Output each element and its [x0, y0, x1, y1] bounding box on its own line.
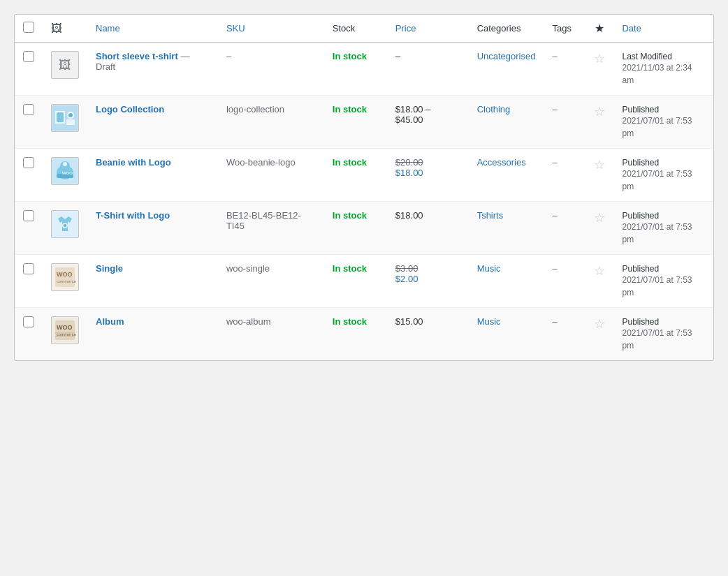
row-categories-cell: Clothing: [469, 96, 544, 149]
category-link[interactable]: Uncategorised: [477, 51, 536, 61]
tags-value: –: [552, 210, 557, 221]
row-check-cell: [15, 149, 43, 202]
row-checkbox[interactable]: [23, 51, 34, 62]
tshirt-thumb-img: [52, 212, 78, 237]
table-row: WOO commerce Album woo-album In stock $1…: [15, 308, 713, 361]
tags-value: –: [552, 104, 557, 115]
row-categories-cell: Tshirts: [469, 202, 544, 255]
row-check-cell: [15, 255, 43, 308]
album-thumb-img: WOO commerce: [52, 318, 78, 343]
price-sale: $2.00: [395, 274, 460, 284]
product-thumbnail: WOO: [51, 157, 79, 185]
row-checkbox[interactable]: [23, 104, 34, 115]
product-name-link[interactable]: Beanie with Logo: [96, 157, 171, 168]
product-name-link[interactable]: Album: [96, 316, 124, 327]
stock-status: In stock: [333, 316, 367, 327]
header-tags: Tags: [544, 15, 585, 43]
product-name-link[interactable]: T-Shirt with Logo: [96, 210, 170, 221]
category-link[interactable]: Music: [477, 263, 501, 274]
product-name-link[interactable]: Short sleeve t-shirt: [96, 51, 178, 61]
date-label: Last Modified: [622, 52, 671, 61]
price-value: $15.00: [395, 316, 423, 327]
row-name-cell: Album: [87, 308, 218, 361]
product-thumbnail: 🖼: [51, 51, 79, 79]
header-sku[interactable]: SKU: [218, 15, 324, 43]
price-value: –: [395, 51, 400, 61]
row-thumb-cell: [43, 202, 87, 255]
row-checkbox[interactable]: [23, 316, 34, 327]
product-thumbnail: [51, 210, 79, 238]
beanie-thumb-img: WOO: [52, 158, 78, 184]
select-all-checkbox[interactable]: [23, 22, 34, 33]
products-table: 🖼 Name SKU Stock Price Categories Tags ★…: [15, 15, 713, 360]
svg-rect-5: [66, 119, 75, 125]
row-sku-cell: –: [218, 43, 324, 96]
product-name-link[interactable]: Single: [96, 263, 123, 274]
price-original: $20.00: [395, 157, 460, 168]
row-checkbox[interactable]: [23, 157, 34, 168]
row-stock-cell: In stock: [324, 255, 387, 308]
svg-text:commerce: commerce: [57, 279, 77, 283]
date-value: 2021/07/01 at 7:53 pm: [622, 328, 692, 350]
row-sku-cell: BE12-BL45-BE12-TI45: [218, 202, 324, 255]
header-price[interactable]: Price: [387, 15, 469, 43]
sku-value: Woo-beanie-logo: [226, 157, 296, 168]
product-thumbnail: [51, 104, 79, 132]
header-thumb: 🖼: [43, 15, 87, 43]
category-link[interactable]: Music: [477, 316, 501, 327]
row-star-cell: ☆: [585, 96, 613, 149]
svg-rect-2: [57, 112, 64, 122]
date-value: 2021/11/03 at 2:34 am: [622, 63, 692, 85]
category-link[interactable]: Clothing: [477, 104, 511, 115]
row-tags-cell: –: [544, 308, 585, 361]
category-link[interactable]: Accessories: [477, 157, 526, 168]
price-value: $18.00: [395, 210, 423, 221]
product-name-link[interactable]: Logo Collection: [96, 104, 164, 115]
star-button[interactable]: ☆: [594, 157, 605, 172]
svg-text:WOO: WOO: [57, 324, 73, 331]
row-price-cell: $3.00$2.00: [387, 255, 469, 308]
star-button[interactable]: ☆: [594, 210, 605, 226]
row-check-cell: [15, 96, 43, 149]
svg-point-4: [68, 113, 73, 117]
row-categories-cell: Music: [469, 308, 544, 361]
row-checkbox[interactable]: [23, 210, 34, 221]
row-date-cell: Published 2021/07/01 at 7:53 pm: [613, 149, 713, 202]
header-date[interactable]: Date: [613, 15, 713, 43]
svg-text:WOO: WOO: [57, 271, 73, 278]
table-row: Logo Collection logo-collection In stock…: [15, 96, 713, 149]
category-link[interactable]: Tshirts: [477, 210, 504, 221]
row-price-cell: $18.00: [387, 202, 469, 255]
products-table-wrapper: 🖼 Name SKU Stock Price Categories Tags ★…: [14, 14, 714, 361]
row-stock-cell: In stock: [324, 149, 387, 202]
row-tags-cell: –: [544, 255, 585, 308]
date-label: Published: [622, 158, 659, 168]
date-value: 2021/07/01 at 7:53 pm: [622, 222, 692, 244]
star-button[interactable]: ☆: [594, 51, 605, 66]
star-button[interactable]: ☆: [594, 104, 605, 119]
row-tags-cell: –: [544, 96, 585, 149]
star-button[interactable]: ☆: [594, 316, 605, 332]
row-price-cell: –: [387, 43, 469, 96]
row-date-cell: Published 2021/07/01 at 7:53 pm: [613, 202, 713, 255]
sku-value: woo-album: [226, 316, 271, 327]
tags-value: –: [552, 263, 557, 274]
row-name-cell: Single: [87, 255, 218, 308]
header-categories: Categories: [469, 15, 544, 43]
row-check-cell: [15, 202, 43, 255]
sku-value: logo-collection: [226, 104, 284, 115]
date-value: 2021/07/01 at 7:53 pm: [622, 275, 692, 297]
header-check[interactable]: [15, 15, 43, 43]
row-date-cell: Published 2021/07/01 at 7:53 pm: [613, 255, 713, 308]
row-checkbox[interactable]: [23, 263, 34, 274]
row-name-cell: Logo Collection: [87, 96, 218, 149]
star-button[interactable]: ☆: [594, 263, 605, 279]
single-thumb-img: WOO commerce: [52, 265, 78, 290]
product-thumbnail: WOO commerce: [51, 263, 79, 291]
svg-point-14: [64, 224, 66, 227]
row-sku-cell: logo-collection: [218, 96, 324, 149]
row-thumb-cell: [43, 96, 87, 149]
header-name[interactable]: Name: [87, 15, 218, 43]
header-star[interactable]: ★: [585, 15, 613, 43]
stock-status: In stock: [333, 263, 367, 274]
